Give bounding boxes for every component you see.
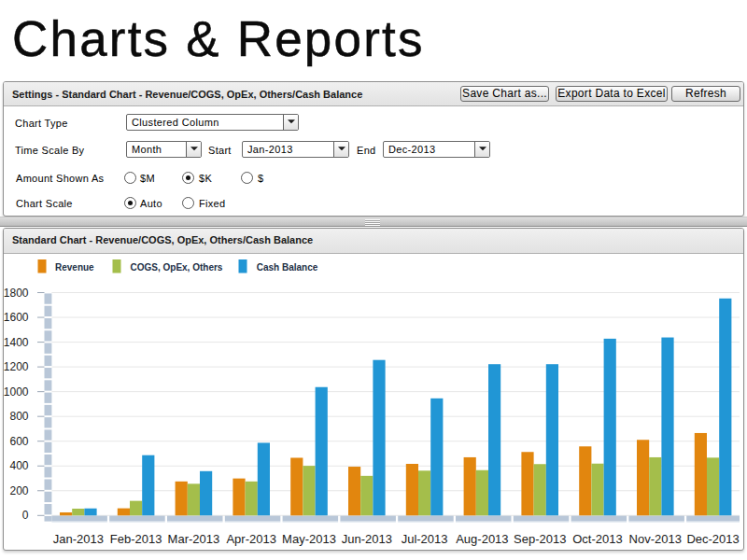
svg-text:400: 400 [9,459,28,472]
svg-text:Nov-2013: Nov-2013 [629,532,682,546]
svg-text:Jan-2013: Jan-2013 [53,532,104,546]
svg-text:Revenue: Revenue [55,262,94,273]
svg-text:Cash Balance: Cash Balance [257,262,318,273]
svg-text:1000: 1000 [4,385,29,399]
svg-text:May-2013: May-2013 [282,532,336,546]
svg-text:Sep-2013: Sep-2013 [514,532,566,546]
svg-text:COGS, OpEx, Others: COGS, OpEx, Others [131,262,223,273]
svg-text:Feb-2013: Feb-2013 [110,532,162,546]
svg-text:Apr-2013: Apr-2013 [226,532,275,546]
svg-text:800: 800 [9,410,28,423]
svg-text:Mar-2013: Mar-2013 [168,532,220,546]
svg-text:1200: 1200 [4,360,29,373]
svg-text:1800: 1800 [4,287,29,300]
svg-text:0: 0 [22,509,29,522]
svg-text:200: 200 [9,484,28,497]
svg-text:1600: 1600 [4,311,29,324]
svg-text:Aug-2013: Aug-2013 [456,532,508,546]
svg-text:Oct-2013: Oct-2013 [572,532,622,546]
svg-text:Dec-2013: Dec-2013 [686,532,739,546]
svg-text:Jul-2013: Jul-2013 [402,532,448,546]
svg-text:1400: 1400 [4,336,29,349]
svg-text:600: 600 [9,435,28,448]
svg-text:Jun-2013: Jun-2013 [342,532,392,546]
